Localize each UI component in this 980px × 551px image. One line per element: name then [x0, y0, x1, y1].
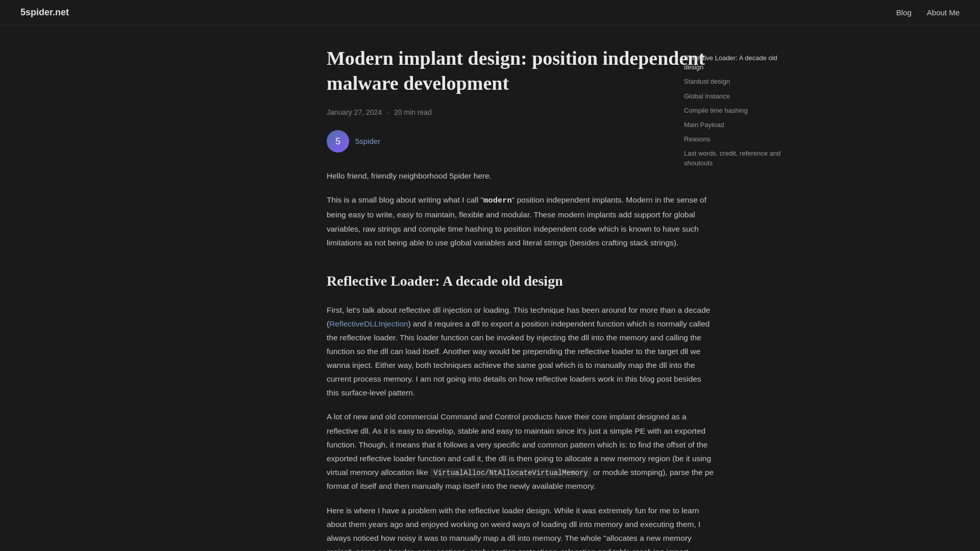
nav-links: Blog About Me [896, 7, 960, 19]
toc-item-stardust-design[interactable]: Stardust design [684, 74, 786, 89]
author-name[interactable]: 5spider [355, 135, 380, 147]
intro-2-bold: modern [483, 196, 512, 205]
s1p1-after: ) and it requires a dll to export a posi… [327, 319, 709, 397]
article-body: Hello friend, friendly neighborhood 5pid… [327, 169, 715, 551]
section1-paragraph-3: Here is where I have a problem with the … [327, 504, 715, 551]
meta-separator: · [387, 108, 389, 116]
article: Modern implant design: position independ… [327, 36, 715, 551]
toc-item-global-instance[interactable]: Global Instance [684, 89, 786, 104]
author-section: 5 5spider [327, 130, 715, 153]
toc-item-reflective-loader[interactable]: Reflective Loader: A decade old design [684, 51, 786, 74]
nav-blog-link[interactable]: Blog [896, 7, 912, 19]
intro-2-before: This is a small blog about writing what … [327, 195, 483, 204]
navbar: 5spider.net Blog About Me [0, 0, 980, 26]
section1-paragraph-2: A lot of new and old commercial Command … [327, 410, 715, 493]
virtual-alloc-code: VirtualAlloc/NtAllocateVirtualMemory [430, 468, 591, 478]
toc-item-reasons[interactable]: Reasons [684, 132, 786, 146]
article-title: Modern implant design: position independ… [327, 46, 715, 96]
reflective-dll-link[interactable]: ReflectiveDLLInjection [329, 319, 408, 328]
page-container: Modern implant design: position independ… [184, 0, 796, 551]
article-read-time: 20 min read [394, 108, 432, 116]
toc-item-compile-time-hashing[interactable]: Compile time hashing [684, 104, 786, 118]
intro-paragraph-1: Hello friend, friendly neighborhood 5pid… [327, 169, 715, 183]
article-date: January 27, 2024 [327, 108, 382, 116]
section1-paragraph-1: First, let's talk about reflective dll i… [327, 303, 715, 400]
nav-brand[interactable]: 5spider.net [20, 5, 69, 20]
intro-paragraph-2: This is a small blog about writing what … [327, 193, 715, 249]
avatar: 5 [327, 130, 349, 153]
toc-sidebar: Reflective Loader: A decade old designSt… [684, 46, 786, 176]
avatar-text: 5 [335, 134, 340, 149]
toc-item-main-payload[interactable]: Main Payload [684, 118, 786, 132]
nav-about-link[interactable]: About Me [927, 7, 960, 19]
s1p2-before: A lot of new and old commercial Command … [327, 412, 711, 477]
section1-heading: Reflective Loader: A decade old design [327, 270, 715, 293]
toc-item-last-words[interactable]: Last words, credit, reference and shouto… [684, 146, 786, 170]
article-meta: January 27, 2024 · 20 min read [327, 107, 715, 118]
